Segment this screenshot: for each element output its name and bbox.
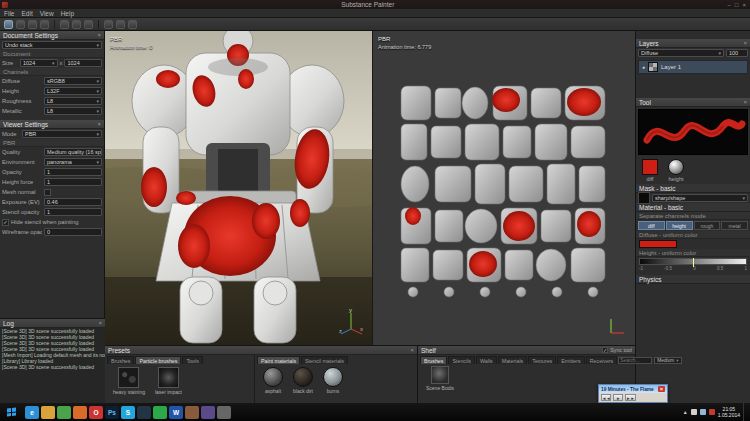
channel-metallic-format-dropdown[interactable]: L8 ▾	[44, 107, 102, 115]
layer-opacity-field[interactable]: 100	[726, 49, 748, 57]
eraser-tool-icon[interactable]	[16, 20, 25, 29]
channel-height-format-dropdown[interactable]: L32F ▾	[44, 87, 102, 95]
shelf-tab-brushes[interactable]: Brushes	[420, 356, 447, 364]
paint-brush-tool-icon[interactable]	[4, 20, 13, 29]
shelf-tab-receivers[interactable]: Receivers	[586, 356, 618, 364]
viewport-3d[interactable]: PBR Animation time: 0 y z x	[105, 31, 372, 345]
size-dropdown[interactable]: 1024 ▾	[20, 59, 58, 67]
height-force-slider[interactable]: 1	[44, 178, 102, 186]
camera-rotate-icon[interactable]	[104, 20, 113, 29]
tray-up-arrow-icon[interactable]: ▲	[683, 409, 688, 415]
minimize-button[interactable]: –	[728, 2, 731, 8]
taskbar-clock[interactable]: 21:05 1.05.2014	[718, 406, 740, 418]
taskbar-steam-icon[interactable]	[137, 406, 151, 419]
channel-roughness-format-dropdown[interactable]: L8 ▾	[44, 97, 102, 105]
mask-shape-dropdown[interactable]: sharp/shape ▾	[652, 194, 748, 202]
height-preview-sphere[interactable]	[668, 159, 684, 175]
taskbar-skype-icon[interactable]: S	[121, 406, 135, 419]
close-icon[interactable]: ×	[743, 99, 747, 105]
shelf-tab-textures[interactable]: Textures	[528, 356, 556, 364]
stencil-tool-icon[interactable]	[72, 20, 81, 29]
menu-help[interactable]: Help	[61, 10, 74, 17]
undo-stack-dropdown[interactable]: Undo stack ▾	[2, 41, 102, 49]
channel-toggle-metal[interactable]: metal	[721, 221, 748, 230]
mesh-normal-checkbox[interactable]	[44, 189, 51, 196]
close-icon[interactable]: ×	[410, 347, 414, 353]
taskbar-utorrent-icon[interactable]	[153, 406, 167, 419]
menu-file[interactable]: File	[4, 10, 14, 17]
environment-dropdown[interactable]: panorama ▾	[44, 158, 102, 166]
show-desktop-button[interactable]	[743, 403, 747, 421]
eye-icon[interactable]: ●	[642, 64, 645, 70]
taskbar-word-icon[interactable]: W	[169, 406, 183, 419]
height-value-slider[interactable]	[639, 258, 747, 265]
exposure-field[interactable]: 0.46	[44, 198, 102, 206]
tab-paint-materials[interactable]: Paint materials	[257, 356, 300, 364]
shelf-tab-materials[interactable]: Materials	[498, 356, 528, 364]
tray-antivirus-icon[interactable]	[709, 409, 715, 415]
maximize-button[interactable]: □	[735, 2, 739, 8]
mode-dropdown[interactable]: PBR ▾	[22, 130, 102, 138]
shelf-tab-emitters[interactable]: Emitters	[557, 356, 584, 364]
wireframe-opacity-slider[interactable]: 0	[44, 228, 102, 236]
popup-close-icon[interactable]: ×	[658, 386, 665, 392]
menu-edit[interactable]: Edit	[21, 10, 32, 17]
diffuse-uniform-color-swatch[interactable]	[639, 240, 677, 248]
airbrush-tool-icon[interactable]	[40, 20, 49, 29]
media-player-popup[interactable]: 19 Minutes - The Flame × ◄◄ ► ►►	[598, 384, 668, 403]
tab-particle-brushes[interactable]: Particle brushes	[135, 356, 181, 364]
taskbar-vlc-icon[interactable]	[185, 406, 199, 419]
brush-preset-heavy-staining[interactable]: heavy staining	[113, 367, 145, 395]
taskbar-media-player-icon[interactable]	[201, 406, 215, 419]
camera-pan-icon[interactable]	[116, 20, 125, 29]
taskbar-settings-icon[interactable]	[217, 406, 231, 419]
taskbar-photoshop-icon[interactable]: Ps	[105, 406, 119, 419]
taskbar-firefox-icon[interactable]	[73, 406, 87, 419]
start-button[interactable]	[0, 403, 24, 421]
close-button[interactable]: ×	[742, 2, 746, 8]
taskbar-opera-icon[interactable]: O	[89, 406, 103, 419]
tray-network-icon[interactable]	[700, 409, 706, 415]
taskbar-chrome-icon[interactable]	[57, 406, 71, 419]
tab-stencil-materials[interactable]: Stencil materials	[301, 356, 348, 364]
camera-zoom-icon[interactable]	[128, 20, 137, 29]
sync-tool-checkbox[interactable]: ✓	[602, 347, 608, 353]
diffuse-color-swatch[interactable]	[642, 159, 658, 175]
shelf-item-scene-bodis[interactable]: Scene Bodis	[426, 366, 454, 391]
close-icon[interactable]: ×	[98, 320, 102, 326]
channel-toggle-height[interactable]: height	[666, 221, 693, 230]
projection-tool-icon[interactable]	[28, 20, 37, 29]
hide-stencil-checkbox[interactable]: ✓	[2, 219, 9, 226]
material-picker-tool-icon[interactable]	[84, 20, 93, 29]
stencil-opacity-slider[interactable]: 1	[44, 208, 102, 216]
play-button[interactable]: ►	[613, 394, 623, 401]
layer-row[interactable]: ● Layer 1	[638, 60, 748, 74]
forward-button[interactable]: ►►	[625, 394, 635, 401]
close-icon[interactable]: ×	[97, 32, 101, 38]
taskbar-explorer-icon[interactable]	[41, 406, 55, 419]
material-preset-burns[interactable]: burns	[323, 367, 343, 394]
menu-view[interactable]: View	[40, 10, 54, 17]
rewind-button[interactable]: ◄◄	[601, 394, 611, 401]
tab-brushes[interactable]: Brushes	[107, 356, 134, 364]
channel-toggle-rough[interactable]: rough	[694, 221, 721, 230]
tray-volume-icon[interactable]	[691, 409, 697, 415]
material-preset-black-dirt[interactable]: black dirt	[293, 367, 313, 394]
material-preset-asphalt[interactable]: asphalt	[263, 367, 283, 394]
taskbar-ie-icon[interactable]: e	[25, 406, 39, 419]
tab-tools[interactable]: Tools	[182, 356, 202, 364]
brush-preset-laser-impact[interactable]: laser impact	[155, 367, 182, 395]
size-height-field[interactable]: 1024	[64, 59, 102, 67]
shelf-search-input[interactable]	[618, 357, 652, 364]
particles-tool-icon[interactable]	[60, 20, 69, 29]
layer-channel-dropdown[interactable]: Diffuse ▾	[638, 49, 724, 57]
close-icon[interactable]: ×	[743, 40, 747, 46]
shelf-size-dropdown[interactable]: Medium ▾	[654, 357, 681, 364]
viewport-2d-uv[interactable]: PBR Animation time: 6.779	[372, 31, 635, 345]
channel-toggle-diff[interactable]: diff	[638, 221, 665, 230]
opacity-slider[interactable]: 1	[44, 168, 102, 176]
shelf-tab-walls[interactable]: Walls	[476, 356, 497, 364]
channel-diffuse-format-dropdown[interactable]: sRGB8 ▾	[44, 77, 102, 85]
shelf-tab-stencils[interactable]: Stencils	[448, 356, 475, 364]
quality-dropdown[interactable]: Medium quality (16 spl)	[44, 148, 102, 156]
